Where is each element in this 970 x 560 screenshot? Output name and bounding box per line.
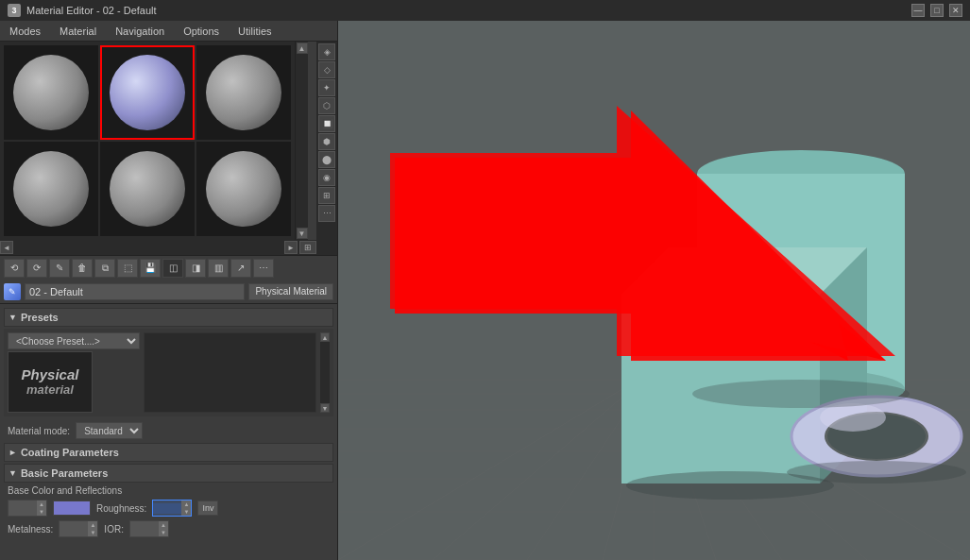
sphere-cell-5[interactable]: [196, 142, 291, 236]
basic-label: Basic Parameters: [21, 467, 108, 479]
base-value-input[interactable]: 1.0: [9, 503, 37, 514]
sphere-scroll-up[interactable]: ▲: [297, 42, 308, 54]
side-toolbar: ◈ ◇ ✦ ⬡ 🔲 ⬢ ⬤ ◉ ⊞ ⋯: [316, 42, 337, 255]
spin-up-3[interactable]: ▲: [159, 521, 168, 529]
tb-icon-7[interactable]: ◉: [318, 169, 335, 186]
preset-scrollbar: ▲ ▼: [320, 332, 330, 413]
scroll-left-arrow[interactable]: ◄: [0, 241, 13, 254]
basic-params: ▼ Basic Parameters Base Color and Reflec…: [4, 464, 333, 538]
presets-content: <Choose Preset....> Physical material ▲ …: [4, 329, 333, 416]
sphere-cell-0[interactable]: [4, 45, 98, 140]
sphere-cell-1[interactable]: [100, 45, 195, 140]
menu-utilities[interactable]: Utilities: [234, 24, 275, 39]
mat-mode-row: Material mode: Standard: [4, 420, 333, 441]
metalness-label: Metalness:: [8, 524, 53, 535]
sphere-cell-4[interactable]: [100, 142, 195, 236]
svg-point-29: [820, 403, 886, 432]
menu-modes[interactable]: Modes: [6, 24, 44, 39]
base-value-spinbox[interactable]: 1.0 ▲ ▼: [8, 500, 47, 517]
svg-point-32: [787, 461, 966, 484]
sphere-area: ▲ ▼ ◄ ► ⊞ ◈ ◇ ✦ ⬡: [0, 42, 337, 255]
right-viewport: [338, 21, 970, 560]
tool-btn-1[interactable]: ⟳: [26, 259, 47, 278]
sphere-cell-2[interactable]: [196, 45, 291, 140]
tool-btn-5[interactable]: ⬚: [117, 259, 138, 278]
ior-input[interactable]: 1.52: [130, 524, 159, 535]
tb-icon-3[interactable]: ⬡: [318, 97, 335, 114]
tool-btn-0[interactable]: ⟲: [4, 259, 25, 278]
base-color-label: Base Color and Reflections: [4, 484, 333, 497]
coating-label: Coating Parameters: [21, 447, 119, 458]
mat-name-bar: ✎ Physical Material: [0, 280, 337, 304]
coating-section: ► Coating Parameters: [4, 443, 333, 462]
tool-btn-6[interactable]: 💾: [140, 259, 161, 278]
window-title: Material Editor - 02 - Default: [26, 5, 157, 16]
param-row-1: 1.0 ▲ ▼ Roughness: 0.8 ▲ ▼: [4, 499, 333, 518]
tool-btn-11[interactable]: ⋯: [253, 259, 274, 278]
tool-btn-4[interactable]: ⧉: [94, 259, 115, 278]
mat-type-button[interactable]: Physical Material: [248, 283, 333, 300]
tb-icon-2[interactable]: ✦: [318, 79, 335, 96]
props-panel: ▼ Presets <Choose Preset....> Physical m…: [0, 304, 337, 560]
sphere-grid: [0, 42, 295, 240]
mat-mode-select[interactable]: Standard: [76, 422, 143, 439]
presets-arrow-icon: ▼: [9, 313, 17, 322]
tb-icon-8[interactable]: ⊞: [318, 187, 335, 204]
param-row-2: Metalness: 0.0 ▲ ▼ IOR: 1.52 ▲ ▼: [4, 519, 333, 538]
tool-btn-10[interactable]: ↗: [230, 259, 251, 278]
tb-icon-6[interactable]: ⬤: [318, 151, 335, 168]
mat-name-input[interactable]: [25, 283, 245, 300]
preset-image-box: Physical material: [8, 351, 93, 413]
roughness-input[interactable]: 0.8: [153, 503, 181, 514]
preset-select[interactable]: <Choose Preset....>: [8, 332, 140, 349]
sphere-nav-extra[interactable]: ⊞: [299, 241, 316, 254]
menu-options[interactable]: Options: [179, 24, 223, 39]
base-color-swatch[interactable]: [53, 501, 91, 516]
spin-up-2[interactable]: ▲: [88, 521, 97, 529]
tb-icon-9[interactable]: ⋯: [318, 205, 335, 222]
mat-icon-btn[interactable]: ✎: [4, 283, 21, 300]
title-bar: 3 Material Editor - 02 - Default — □ ✕: [0, 0, 970, 21]
tool-btn-9[interactable]: ▥: [208, 259, 229, 278]
spin-up-1[interactable]: ▲: [181, 501, 191, 508]
svg-point-31: [692, 380, 910, 408]
menu-navigation[interactable]: Navigation: [111, 24, 168, 39]
roughness-label: Roughness:: [96, 503, 146, 514]
metalness-spinbox[interactable]: 0.0 ▲ ▼: [59, 520, 98, 537]
menu-material[interactable]: Material: [56, 24, 100, 39]
presets-label: Presets: [21, 312, 59, 323]
tb-icon-5[interactable]: ⬢: [318, 133, 335, 150]
spin-up-0[interactable]: ▲: [37, 501, 46, 508]
spin-down-0[interactable]: ▼: [37, 508, 46, 516]
spin-down-2[interactable]: ▼: [88, 529, 97, 536]
spin-down-3[interactable]: ▼: [159, 529, 168, 536]
basic-section-header[interactable]: ▼ Basic Parameters: [4, 464, 333, 483]
sphere-nav: ◄ ► ⊞: [0, 240, 316, 255]
ior-label: IOR:: [104, 524, 124, 535]
metalness-input[interactable]: 0.0: [60, 524, 88, 535]
tb-icon-0[interactable]: ◈: [318, 43, 335, 60]
preset-dropdown: <Choose Preset....> Physical material: [8, 332, 140, 413]
tb-icon-4[interactable]: 🔲: [318, 115, 335, 132]
sphere-scroll-down[interactable]: ▼: [297, 228, 308, 239]
scene-svg: [338, 21, 970, 560]
tb-icon-1[interactable]: ◇: [318, 61, 335, 78]
tool-btn-3[interactable]: 🗑: [72, 259, 93, 278]
spin-down-1[interactable]: ▼: [181, 508, 191, 516]
app-icon: 3: [8, 4, 21, 17]
mat-mode-label: Material mode:: [8, 426, 70, 436]
coating-section-header[interactable]: ► Coating Parameters: [4, 443, 333, 462]
tool-btn-2[interactable]: ✎: [49, 259, 70, 278]
ior-spinbox[interactable]: 1.52 ▲ ▼: [129, 520, 169, 537]
close-button[interactable]: ✕: [949, 4, 962, 17]
minimize-button[interactable]: —: [911, 4, 925, 17]
sphere-cell-3[interactable]: [4, 142, 98, 236]
roughness-spinbox[interactable]: 0.8 ▲ ▼: [152, 500, 192, 517]
maximize-button[interactable]: □: [930, 4, 944, 17]
coating-arrow-icon: ►: [9, 448, 17, 457]
inv-button[interactable]: Inv: [197, 501, 218, 516]
tool-btn-8[interactable]: ◨: [185, 259, 206, 278]
presets-section-header[interactable]: ▼ Presets: [4, 308, 333, 327]
scroll-right-arrow[interactable]: ►: [284, 241, 298, 254]
tool-btn-7[interactable]: ◫: [162, 259, 183, 278]
